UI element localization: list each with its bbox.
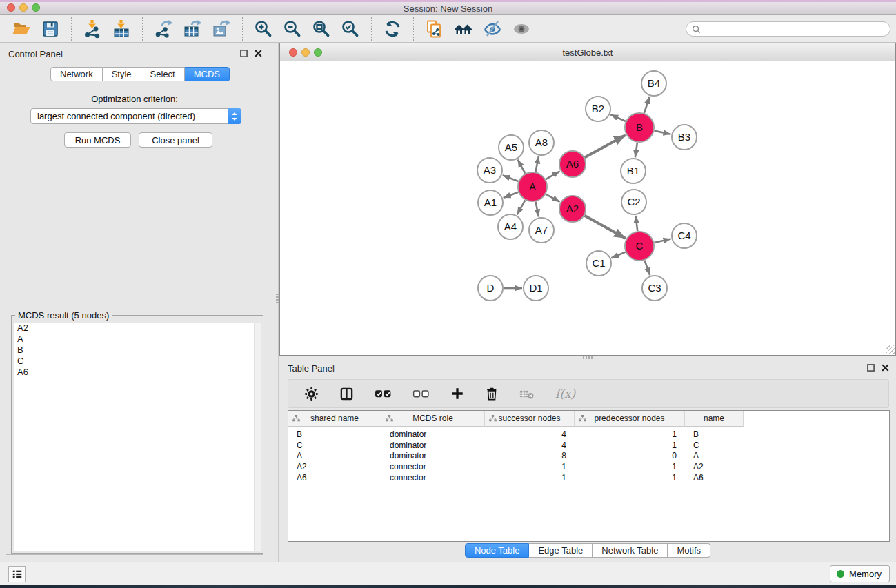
toolbar-zoom-fit-content-button[interactable] bbox=[310, 17, 332, 41]
graph-node-B1[interactable]: B1 bbox=[621, 159, 646, 183]
table-toolbar-delete-table-button[interactable] bbox=[515, 387, 539, 401]
toolbar-zoom-out-button[interactable] bbox=[281, 17, 303, 41]
toolbar-save-session-button[interactable] bbox=[39, 17, 61, 41]
window-resize-grip[interactable] bbox=[886, 345, 895, 354]
tab-network[interactable]: Network bbox=[50, 67, 103, 81]
table-cell[interactable]: 1 bbox=[485, 462, 575, 472]
graph-node-A6[interactable]: A6 bbox=[559, 151, 586, 177]
result-scrollbar[interactable] bbox=[254, 323, 261, 551]
toolbar-export-table-button[interactable] bbox=[181, 17, 203, 41]
status-menu-button[interactable] bbox=[8, 566, 26, 582]
table-toolbar-show-columns-button[interactable] bbox=[335, 386, 358, 402]
control-panel-float-icon[interactable] bbox=[240, 50, 248, 57]
toolbar-zoom-selected-button[interactable] bbox=[339, 17, 361, 41]
tab-node-table[interactable]: Node Table bbox=[465, 543, 530, 558]
mcds-result-item[interactable]: B bbox=[14, 345, 261, 356]
table-cell[interactable]: dominator bbox=[381, 451, 485, 460]
table-cell[interactable]: A bbox=[685, 451, 744, 460]
column-header-successor-nodes[interactable]: successor nodes bbox=[485, 411, 575, 427]
table-cell[interactable]: 4 bbox=[485, 440, 575, 450]
table-cell[interactable]: B bbox=[288, 429, 381, 439]
toolbar-new-network-from-selection-button[interactable] bbox=[424, 17, 446, 41]
table-toolbar-function-builder-button[interactable]: f(x) bbox=[551, 387, 579, 401]
tab-style[interactable]: Style bbox=[103, 67, 141, 81]
table-cell[interactable]: 8 bbox=[485, 451, 575, 460]
table-row[interactable]: A6connector11A6 bbox=[288, 472, 889, 483]
graph-node-A7[interactable]: A7 bbox=[529, 218, 554, 243]
toolbar-export-network-button[interactable] bbox=[152, 17, 175, 41]
table-cell[interactable]: 1 bbox=[575, 440, 685, 450]
memory-button[interactable]: Memory bbox=[830, 565, 890, 582]
table-row[interactable]: Cdominator41C bbox=[288, 440, 889, 451]
graph-node-C[interactable]: C bbox=[625, 232, 654, 261]
table-panel-close-icon[interactable] bbox=[882, 364, 889, 372]
tab-select[interactable]: Select bbox=[141, 67, 185, 81]
table-cell[interactable]: C bbox=[288, 440, 381, 450]
graph-node-D[interactable]: D bbox=[478, 276, 503, 301]
tab-mcds[interactable]: MCDS bbox=[185, 67, 230, 81]
table-cell[interactable]: 4 bbox=[485, 429, 575, 439]
column-header-predecessor-nodes[interactable]: predecessor nodes bbox=[575, 411, 685, 427]
horizontal-splitter-grip[interactable] bbox=[583, 356, 593, 359]
table-cell[interactable]: 0 bbox=[575, 451, 685, 460]
mcds-result-item[interactable]: A2 bbox=[14, 323, 261, 334]
close-panel-button[interactable]: Close panel bbox=[139, 132, 212, 148]
toolbar-import-table-button[interactable] bbox=[110, 17, 132, 41]
table-toolbar-select-all-check-button[interactable] bbox=[370, 388, 396, 400]
toolbar-zoom-in-button[interactable] bbox=[252, 17, 275, 41]
toolbar-import-network-button[interactable] bbox=[81, 17, 103, 41]
table-cell[interactable]: A6 bbox=[288, 473, 381, 483]
toolbar-first-neighbors-button[interactable] bbox=[452, 17, 475, 41]
graph-node-B[interactable]: B bbox=[625, 113, 654, 142]
control-panel-close-icon[interactable] bbox=[255, 50, 262, 57]
tab-network-table[interactable]: Network Table bbox=[593, 543, 668, 558]
toolbar-open-file-button[interactable] bbox=[10, 17, 32, 41]
table-toolbar-deselect-all-check-button[interactable] bbox=[408, 388, 434, 400]
table-toolbar-delete-row-button[interactable] bbox=[481, 386, 503, 401]
table-row[interactable]: Bdominator41B bbox=[288, 429, 889, 440]
graph-node-C2[interactable]: C2 bbox=[621, 190, 646, 214]
table-cell[interactable]: 1 bbox=[575, 429, 685, 439]
tab-motifs[interactable]: Motifs bbox=[668, 543, 710, 558]
graph-node-A1[interactable]: A1 bbox=[478, 190, 503, 215]
graph-node-D1[interactable]: D1 bbox=[524, 276, 548, 301]
table-cell[interactable]: dominator bbox=[381, 429, 485, 439]
mcds-result-item[interactable]: C bbox=[14, 356, 261, 367]
mcds-result-item[interactable]: A6 bbox=[14, 367, 261, 378]
graph-canvas[interactable]: B4B2BB3A8A5A6A3B1AA1C2A2A4A7C4CC1C3DD1 bbox=[280, 61, 895, 355]
toolbar-export-image-button[interactable] bbox=[210, 17, 232, 41]
tab-edge-table[interactable]: Edge Table bbox=[529, 543, 593, 558]
column-header-shared-name[interactable]: shared name bbox=[288, 411, 381, 427]
table-panel-float-icon[interactable] bbox=[867, 364, 875, 372]
graph-node-B2[interactable]: B2 bbox=[586, 97, 610, 121]
table-cell[interactable]: A2 bbox=[685, 462, 744, 472]
graph-node-A3[interactable]: A3 bbox=[477, 158, 502, 183]
table-row[interactable]: A2connector11A2 bbox=[288, 461, 889, 472]
graph-node-C4[interactable]: C4 bbox=[672, 223, 697, 248]
table-cell[interactable]: C bbox=[685, 440, 744, 450]
graph-node-C1[interactable]: C1 bbox=[586, 251, 611, 276]
table-toolbar-table-settings-button[interactable] bbox=[300, 386, 323, 402]
mcds-result-item[interactable]: A bbox=[14, 334, 261, 345]
table-cell[interactable]: B bbox=[685, 429, 744, 439]
graph-node-A[interactable]: A bbox=[518, 172, 547, 201]
toolbar-show-all-button[interactable] bbox=[510, 17, 532, 41]
toolbar-hide-selected-button[interactable] bbox=[481, 17, 504, 41]
table-cell[interactable]: connector bbox=[381, 473, 485, 483]
graph-node-A5[interactable]: A5 bbox=[499, 135, 524, 160]
graph-node-B4[interactable]: B4 bbox=[641, 71, 666, 96]
graph-node-A2[interactable]: A2 bbox=[559, 196, 586, 222]
table-cell[interactable]: dominator bbox=[381, 440, 485, 450]
graph-node-A8[interactable]: A8 bbox=[529, 130, 554, 155]
graph-node-A4[interactable]: A4 bbox=[498, 214, 523, 239]
table-row[interactable]: Adominator80A bbox=[288, 451, 889, 462]
table-cell[interactable]: A6 bbox=[685, 473, 744, 483]
table-cell[interactable]: A bbox=[288, 451, 381, 460]
table-cell[interactable]: 1 bbox=[485, 473, 575, 483]
table-cell[interactable]: 1 bbox=[575, 462, 685, 472]
search-input[interactable] bbox=[704, 22, 890, 36]
table-cell[interactable]: connector bbox=[381, 462, 485, 472]
table-cell[interactable]: 1 bbox=[575, 473, 685, 483]
table-toolbar-add-row-button[interactable] bbox=[446, 386, 468, 401]
column-header-mcds-role[interactable]: MCDS role bbox=[381, 411, 485, 427]
